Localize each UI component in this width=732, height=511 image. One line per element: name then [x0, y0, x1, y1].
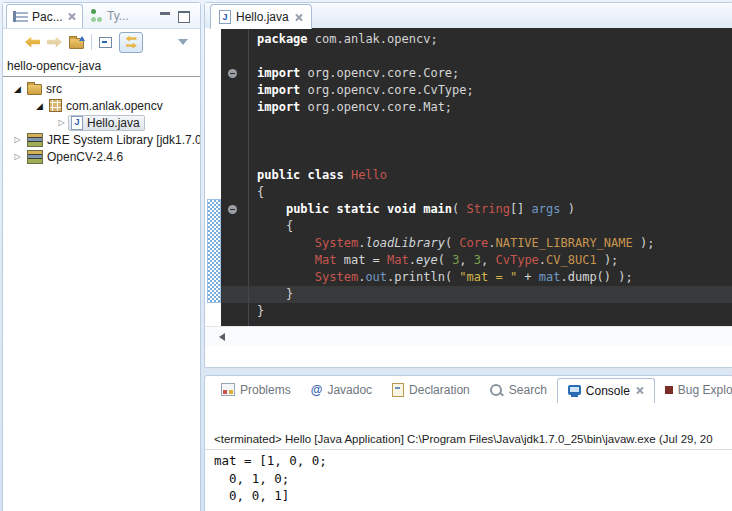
minimize-icon[interactable] [160, 12, 170, 15]
console-tab-declaration[interactable]: Declaration [382, 378, 480, 402]
project-root-label[interactable]: hello-opencv-java [3, 55, 200, 75]
close-icon[interactable] [67, 12, 76, 21]
scroll-left-icon[interactable] [215, 333, 225, 341]
code-line-11[interactable]: public static void main( String[] args ) [249, 201, 732, 218]
close-icon[interactable] [294, 13, 303, 22]
java-letter: J [222, 13, 227, 22]
code-line-6[interactable] [249, 116, 732, 133]
console-tab-javadoc[interactable]: @Javadoc [301, 378, 382, 402]
link-with-editor-button[interactable] [119, 32, 143, 53]
collapse-all-button[interactable] [99, 37, 112, 48]
code-token: CV_8UC1 [546, 253, 597, 267]
code-token: import [257, 66, 300, 80]
java-file-icon: J [71, 116, 83, 130]
code-token [257, 202, 286, 216]
code-line-9[interactable]: public class Hello [249, 167, 732, 184]
code-token [257, 236, 315, 250]
code-text[interactable]: package com.anlak.opencv;import org.open… [249, 31, 732, 320]
code-line-10[interactable]: { [249, 184, 732, 201]
console-icon [568, 385, 581, 395]
method-range-indicator [207, 199, 221, 303]
view-menu-icon[interactable] [178, 39, 188, 50]
code-token: .println( [387, 270, 459, 284]
maximize-icon[interactable] [178, 11, 190, 23]
console-tab-problems[interactable]: Problems [211, 378, 301, 402]
code-token: . [539, 253, 546, 267]
code-token: + [517, 270, 539, 284]
code-line-4[interactable]: import org.opencv.core.CvType; [249, 82, 732, 99]
project-separator [3, 76, 200, 77]
tree-item-opencv-2-4-6[interactable]: ▷OpenCV-2.4.6 [3, 148, 200, 165]
code-token: com.anlak.opencv; [308, 32, 438, 46]
editor-tab-label: Hello.java [236, 10, 289, 24]
code-token [257, 253, 315, 267]
console-tab-search[interactable]: Search [480, 378, 557, 402]
code-line-8[interactable] [249, 150, 732, 167]
console-output-line: mat = [1, 0, 0; [214, 452, 327, 470]
expand-arrow-icon[interactable]: ▷ [11, 152, 24, 161]
console-tab-console[interactable]: Console [557, 378, 655, 403]
fold-marker-icon[interactable] [228, 69, 237, 78]
code-line-12[interactable]: { [249, 218, 732, 235]
code-line-5[interactable]: import org.opencv.core.Mat; [249, 99, 732, 116]
expand-arrow-icon[interactable]: ▷ [11, 135, 24, 144]
code-token: CvType [496, 253, 539, 267]
tree-item-hello-java[interactable]: ▷JHello.java [3, 114, 200, 131]
code-line-7[interactable] [249, 133, 732, 150]
close-icon[interactable] [635, 386, 644, 395]
code-token: Core [459, 236, 488, 250]
code-token: Mat [387, 253, 409, 267]
search-icon [490, 384, 502, 396]
forward-button[interactable] [47, 37, 62, 48]
tab-type-hierarchy[interactable]: Ty... [85, 4, 135, 27]
code-token: } [257, 287, 293, 301]
code-line-13[interactable]: System.loadLibrary( Core.NATIVE_LIBRARY_… [249, 235, 732, 252]
code-token: out [365, 270, 387, 284]
package-folder-icon [27, 84, 42, 95]
code-line-14[interactable]: Mat mat = Mat.eye( 3, 3, CvType.CV_8UC1 … [249, 252, 732, 269]
link-arrow-icon [126, 43, 137, 49]
tree-item-com-anlak-opencv[interactable]: ◢com.anlak.opencv [3, 97, 200, 114]
code-line-15[interactable]: System.out.println( "mat = " + mat.dump(… [249, 269, 732, 286]
console-tab-label: Problems [240, 383, 291, 397]
fold-marker-icon[interactable] [228, 205, 237, 214]
console-tab-label: Search [509, 383, 547, 397]
java-file-icon: J [219, 10, 231, 24]
go-up-button[interactable] [69, 38, 84, 49]
console-view: Problems@JavadocDeclarationSearchConsole… [204, 375, 732, 511]
tree-item-label: Hello.java [87, 116, 140, 130]
package-explorer-view: Pac... Ty... hello-opencv-java ◢src◢c [2, 2, 201, 511]
back-button[interactable] [25, 37, 40, 48]
code-token: ( [445, 236, 459, 250]
console-tabbar: Problems@JavadocDeclarationSearchConsole… [205, 376, 732, 403]
code-line-16[interactable]: } [249, 286, 732, 303]
code-token: org.opencv.core.CvType; [300, 83, 473, 97]
code-token: . [409, 253, 416, 267]
tab-hello-java[interactable]: J Hello.java [210, 4, 312, 29]
tab-package-explorer[interactable]: Pac... [6, 4, 83, 28]
code-token: 3 [474, 253, 481, 267]
code-token: } [257, 304, 264, 318]
code-line-1[interactable]: package com.anlak.opencv; [249, 31, 732, 48]
collapse-arrow-icon[interactable]: ◢ [11, 84, 24, 94]
code-line-3[interactable]: import org.opencv.core.Core; [249, 65, 732, 82]
tab-package-explorer-label: Pac... [32, 10, 63, 24]
console-tab-bug-explorer[interactable]: Bug Explorer [655, 378, 732, 402]
code-editor[interactable]: package com.anlak.opencv;import org.open… [221, 28, 732, 347]
code-token: package [257, 32, 308, 46]
tree-item-label: OpenCV-2.4.6 [47, 150, 123, 164]
tree-item-label: com.anlak.opencv [66, 99, 163, 113]
expand-arrow-icon[interactable]: ▷ [55, 118, 68, 127]
java-letter: J [74, 118, 79, 127]
console-tab-label: Javadoc [327, 383, 372, 397]
editor-left-ruler [205, 28, 221, 347]
code-line-2[interactable] [249, 48, 732, 65]
code-line-17[interactable]: } [249, 303, 732, 320]
console-output[interactable]: mat = [1, 0, 0; 0, 1, 0; 0, 0, 1] [214, 452, 327, 505]
tree-item-src[interactable]: ◢src [3, 80, 200, 97]
horizontal-scrollbar[interactable] [205, 326, 732, 347]
code-token: ( [452, 202, 466, 216]
collapse-arrow-icon[interactable]: ◢ [33, 101, 46, 111]
tree-item-jre-system-library-jdk1-7-0[interactable]: ▷JRE System Library [jdk1.7.0 [3, 131, 200, 148]
code-token: ); [597, 253, 619, 267]
